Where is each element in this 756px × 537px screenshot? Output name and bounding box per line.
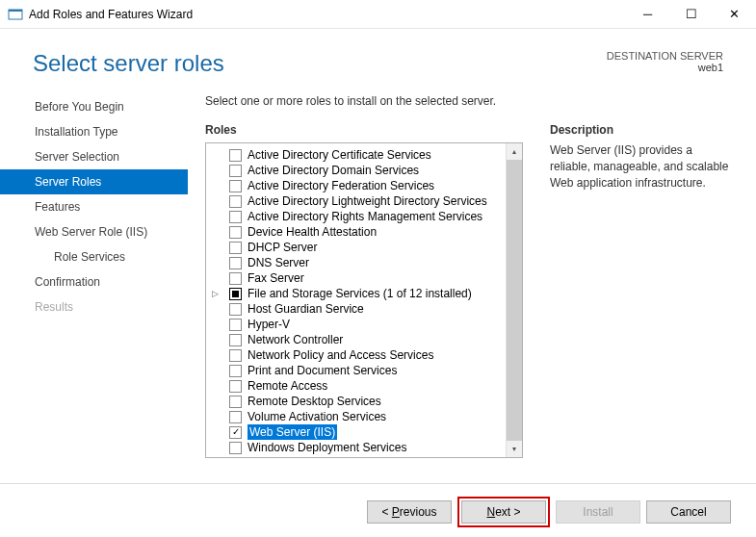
expand-icon[interactable]: ▷ [212,286,219,301]
instruction-text: Select one or more roles to install on t… [205,94,523,108]
role-label: Active Directory Certificate Services [248,147,431,163]
scrollbar[interactable]: ▴ ▾ [506,143,522,457]
role-checkbox[interactable] [229,257,242,269]
role-label: Host Guardian Service [248,301,364,317]
role-item[interactable]: Remote Desktop Services [229,394,504,409]
role-item[interactable]: Active Directory Federation Services [229,178,504,193]
scroll-up-icon[interactable]: ▴ [507,143,522,160]
role-checkbox[interactable] [229,380,242,393]
role-label: Web Server (IIS) [248,424,337,440]
wizard-steps-sidebar: Before You BeginInstallation TypeServer … [0,87,188,483]
role-label: Volume Activation Services [248,409,386,424]
wizard-step[interactable]: Server Roles [0,169,188,194]
role-checkbox[interactable] [229,288,242,300]
role-item[interactable]: Active Directory Rights Management Servi… [229,209,504,224]
wizard-step[interactable]: Web Server Role (IIS) [0,219,188,244]
app-icon [8,7,23,22]
role-item[interactable]: Network Controller [229,332,504,347]
wizard-step: Results [0,294,188,320]
role-checkbox[interactable] [229,319,242,331]
role-item[interactable]: Active Directory Lightweight Directory S… [229,193,504,209]
description-label: Description [550,123,735,137]
window-controls: ─ ☐ ✕ [626,0,756,29]
role-checkbox[interactable] [229,211,242,223]
next-button[interactable]: Next > [461,500,546,524]
wizard-step[interactable]: Server Selection [0,144,188,169]
role-item[interactable]: Active Directory Domain Services [229,163,504,178]
role-label: Active Directory Federation Services [248,178,434,193]
role-checkbox[interactable] [229,165,242,177]
wizard-step[interactable]: Installation Type [0,119,188,144]
role-item[interactable]: Network Policy and Access Services [229,347,504,363]
role-checkbox[interactable] [229,365,242,377]
destination-value: web1 [607,62,723,73]
role-label: Network Policy and Access Services [248,347,433,363]
role-label: Windows Deployment Services [248,440,406,455]
close-button[interactable]: ✕ [713,0,756,29]
destination-server: DESTINATION SERVER web1 [607,50,723,73]
role-label: Device Health Attestation [248,224,377,240]
next-button-highlight: Next > [457,497,550,527]
role-checkbox[interactable] [229,411,242,423]
role-item[interactable]: Fax Server [229,270,504,286]
wizard-header: Select server roles DESTINATION SERVER w… [0,29,756,87]
scroll-down-icon[interactable]: ▾ [507,441,522,457]
window-title: Add Roles and Features Wizard [29,8,626,21]
role-item[interactable]: Print and Document Services [229,363,504,378]
roles-listbox[interactable]: Active Directory Certificate ServicesAct… [205,142,523,458]
role-item[interactable]: Hyper-V [229,317,504,332]
role-checkbox[interactable] [229,334,242,346]
role-checkbox[interactable] [229,396,242,408]
roles-column: Select one or more roles to install on t… [205,94,523,483]
role-label: Fax Server [248,270,304,286]
minimize-button[interactable]: ─ [626,0,669,29]
wizard-step[interactable]: Confirmation [0,269,188,294]
wizard-step[interactable]: Before You Begin [0,94,188,119]
destination-label: DESTINATION SERVER [607,50,723,62]
previous-button[interactable]: < Previous [367,500,452,524]
titlebar: Add Roles and Features Wizard ─ ☐ ✕ [0,0,756,29]
role-item[interactable]: Volume Activation Services [229,409,504,424]
svg-rect-1 [9,10,22,12]
role-item[interactable]: DNS Server [229,255,504,270]
wizard-footer: < Previous Next > Install Cancel [0,483,756,537]
description-column: Description Web Server (IIS) provides a … [550,94,735,483]
role-label: Hyper-V [248,317,290,332]
role-label: Remote Desktop Services [248,394,381,409]
install-button: Install [556,500,640,524]
page-title: Select server roles [33,50,607,77]
description-text: Web Server (IIS) provides a reliable, ma… [550,142,735,191]
role-checkbox[interactable] [229,226,242,239]
role-item[interactable]: Windows Deployment Services [229,440,504,455]
role-item[interactable]: DHCP Server [229,240,504,255]
role-item[interactable]: ▷File and Storage Services (1 of 12 inst… [229,286,504,301]
cancel-button[interactable]: Cancel [646,500,731,524]
role-checkbox[interactable] [229,349,242,362]
role-item[interactable]: Active Directory Certificate Services [229,147,504,163]
maximize-button[interactable]: ☐ [669,0,713,29]
role-checkbox[interactable] [229,303,242,316]
role-checkbox[interactable] [229,272,242,285]
role-checkbox[interactable] [229,195,242,208]
role-checkbox[interactable] [229,149,242,162]
role-checkbox[interactable] [229,426,242,439]
wizard-step[interactable]: Features [0,194,188,219]
role-label: DHCP Server [248,240,317,255]
role-item[interactable]: Web Server (IIS) [229,424,504,440]
wizard-step[interactable]: Role Services [0,244,188,269]
role-label: Print and Document Services [248,363,397,378]
content-area: Before You BeginInstallation TypeServer … [0,87,756,483]
role-item[interactable]: Remote Access [229,378,504,394]
role-checkbox[interactable] [229,442,242,454]
roles-label: Roles [205,123,523,137]
role-label: Active Directory Lightweight Directory S… [248,193,487,209]
role-checkbox[interactable] [229,180,242,192]
role-label: Active Directory Domain Services [248,163,419,178]
role-item[interactable]: Host Guardian Service [229,301,504,317]
role-label: Network Controller [248,332,343,347]
role-label: Active Directory Rights Management Servi… [248,209,482,224]
role-checkbox[interactable] [229,242,242,254]
role-item[interactable]: Device Health Attestation [229,224,504,240]
scroll-thumb[interactable] [507,160,522,441]
main-panel: Select one or more roles to install on t… [188,87,735,483]
